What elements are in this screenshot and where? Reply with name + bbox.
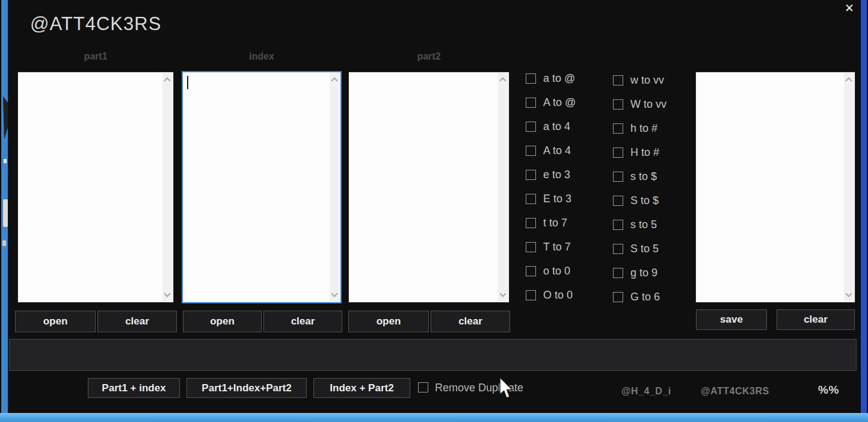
checkbox[interactable] (613, 123, 623, 134)
checkbox[interactable] (613, 196, 623, 206)
transform-column-2: w to vv W to vv h to # H to # s to $ S t… (613, 75, 666, 302)
credit-handle-2: @ATT4CK3RS (701, 386, 769, 397)
transform-option[interactable]: A to @ (526, 98, 576, 108)
part1-clear-button[interactable]: clear (97, 311, 177, 332)
part2-scrollbar[interactable] (498, 73, 508, 302)
transform-option[interactable]: H to # (613, 147, 666, 158)
part2-label: part2 (348, 51, 509, 62)
transform-option[interactable]: W to vv (613, 99, 666, 110)
checkbox[interactable] (613, 99, 623, 110)
desktop-icon-fragment (3, 199, 8, 227)
transform-option[interactable]: T to 7 (526, 242, 576, 252)
transform-option[interactable]: w to vv (613, 75, 666, 85)
index-textarea[interactable] (182, 71, 342, 303)
index-scrollbar[interactable] (330, 73, 340, 302)
result-clear-button[interactable]: clear (777, 309, 855, 330)
scroll-up-icon[interactable] (331, 77, 337, 84)
transform-option[interactable]: E to 3 (526, 194, 576, 204)
part1-index-part2-button[interactable]: Part1+Index+Part2 (186, 378, 307, 398)
part1-label: part1 (17, 51, 174, 62)
checkbox[interactable] (613, 75, 623, 85)
transform-option[interactable]: s to 5 (613, 220, 666, 230)
index-part2-button[interactable]: Index + Part2 (313, 378, 410, 398)
transform-option[interactable]: o to 0 (526, 266, 576, 276)
credit-handle-1: @H_4_D_i (621, 386, 671, 397)
checkbox[interactable] (526, 242, 536, 252)
checkbox[interactable] (526, 122, 536, 132)
checkbox[interactable] (526, 266, 536, 276)
desktop-edge-bottom (0, 413, 868, 422)
checkbox[interactable] (613, 244, 623, 254)
desktop-background: 8 S ✕ @ATT4CK3RS part1 index part2 (0, 0, 868, 422)
checkbox[interactable] (526, 170, 536, 180)
transform-column-1: a to @ A to @ a to 4 A to 4 e to 3 E to … (526, 73, 576, 300)
checkbox[interactable] (613, 268, 623, 278)
scroll-down-icon[interactable] (845, 290, 852, 297)
checkbox[interactable] (526, 218, 536, 228)
checkbox[interactable] (526, 194, 536, 204)
transform-option[interactable]: S to $ (613, 196, 666, 206)
part1-scrollbar[interactable] (162, 73, 173, 302)
transform-option[interactable]: a to 4 (526, 122, 576, 132)
checkbox[interactable] (526, 290, 536, 300)
checkbox[interactable] (526, 98, 536, 108)
scroll-up-icon[interactable] (845, 77, 852, 84)
transform-option[interactable]: A to 4 (526, 146, 576, 156)
checkbox[interactable] (526, 146, 536, 156)
result-listbox[interactable] (695, 72, 855, 303)
transform-option[interactable]: S to 5 (613, 244, 666, 254)
index-open-button[interactable]: open (183, 311, 262, 332)
text-caret (187, 76, 188, 89)
checkbox[interactable] (613, 292, 623, 302)
transform-option[interactable]: O to 0 (526, 290, 576, 300)
checkbox[interactable] (613, 147, 623, 158)
part1-index-button[interactable]: Part1 + index (88, 378, 180, 398)
scroll-down-icon[interactable] (164, 290, 170, 297)
checkbox[interactable] (526, 73, 536, 84)
transform-option[interactable]: e to 3 (526, 170, 576, 180)
output-bar (9, 339, 857, 371)
transform-option[interactable]: h to # (613, 123, 666, 134)
app-title: @ATT4CK3RS (30, 13, 161, 35)
transform-option[interactable]: a to @ (526, 73, 576, 84)
scroll-up-icon[interactable] (164, 77, 170, 84)
desktop-edge-left (1, 0, 8, 422)
remove-duplicate-label: Remove Duplicate (435, 382, 523, 394)
part2-clear-button[interactable]: clear (431, 311, 510, 332)
part1-textarea[interactable] (17, 72, 174, 303)
credit-symbol: %% (818, 383, 839, 397)
app-window: ✕ @ATT4CK3RS part1 index part2 (8, 0, 861, 413)
checkbox[interactable] (613, 220, 623, 230)
part2-textarea[interactable] (348, 72, 509, 303)
scroll-up-icon[interactable] (499, 77, 506, 84)
desktop-icon-fragment (2, 240, 6, 246)
part1-open-button[interactable]: open (15, 311, 96, 332)
index-label: index (182, 51, 342, 62)
scroll-down-icon[interactable] (499, 290, 506, 297)
transform-option[interactable]: G to 6 (613, 292, 666, 302)
transform-option[interactable]: t to 7 (526, 218, 576, 228)
part2-open-button[interactable]: open (348, 311, 429, 332)
index-clear-button[interactable]: clear (263, 311, 342, 332)
desktop-edge-right (861, 0, 867, 415)
desktop-icon-fragment (4, 159, 7, 163)
transform-option[interactable]: g to 9 (613, 268, 666, 278)
close-button[interactable]: ✕ (840, 0, 858, 16)
scroll-down-icon[interactable] (331, 290, 337, 297)
remove-duplicate-checkbox[interactable] (418, 382, 428, 393)
transform-option[interactable]: s to $ (613, 172, 666, 182)
result-scrollbar[interactable] (844, 73, 854, 302)
checkbox[interactable] (613, 172, 623, 182)
save-button[interactable]: save (696, 309, 767, 330)
